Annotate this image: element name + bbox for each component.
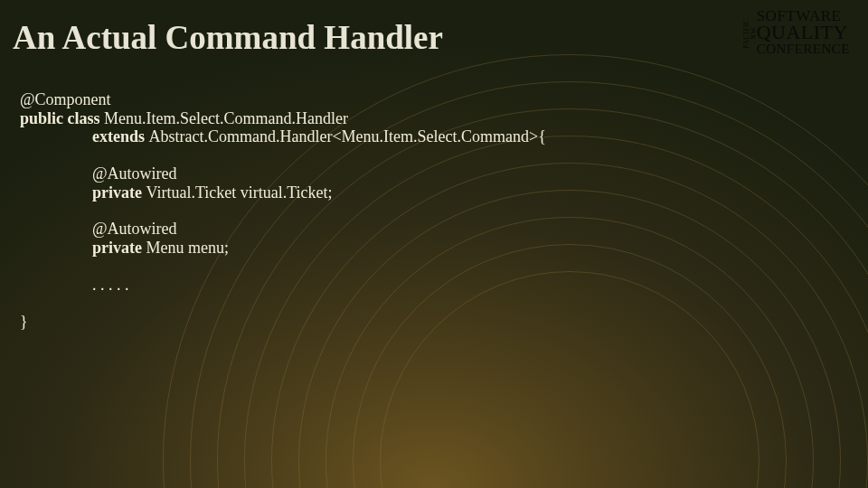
code-line: extends Abstract.Command.Handler<Menu.It…	[20, 127, 546, 146]
code-line: }	[20, 313, 546, 332]
code-line: @Autowired	[20, 164, 546, 183]
code-line: private Menu menu;	[20, 239, 546, 258]
logo-line-2: QUALITY	[757, 23, 850, 42]
code-line: @Autowired	[20, 220, 546, 239]
conference-logo: PACIFIC NW SOFTWARE QUALITY CONFERENCE	[757, 9, 850, 55]
slide-title: An Actual Command Handler	[13, 18, 443, 57]
logo-vertical-text: PACIFIC NW	[743, 11, 757, 56]
code-block: @Component public class Menu.Item.Select…	[20, 90, 546, 331]
code-line: . . . . .	[20, 276, 546, 295]
logo-line-3: CONFERENCE	[757, 42, 850, 55]
code-line: public class Menu.Item.Select.Command.Ha…	[20, 109, 546, 128]
code-line: private Virtual.Ticket virtual.Ticket;	[20, 183, 546, 202]
code-line: @Component	[20, 90, 546, 109]
